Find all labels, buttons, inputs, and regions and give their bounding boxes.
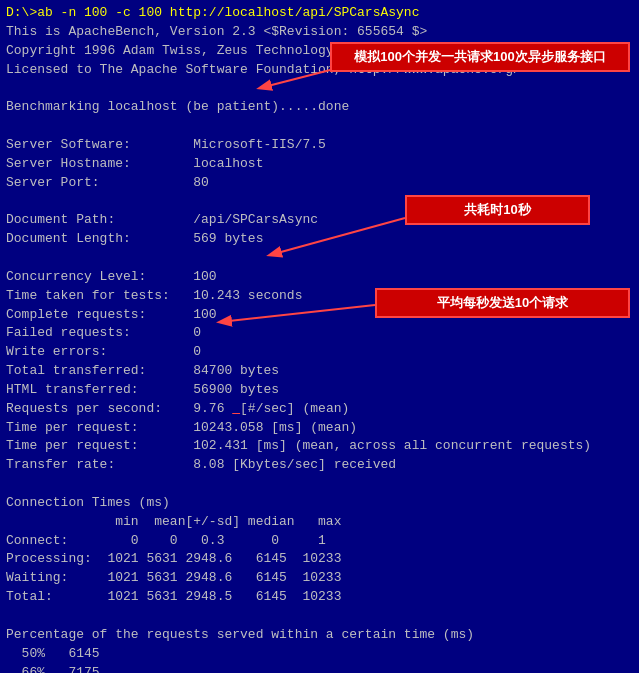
terminal-line: Connect: 0 0 0.3 0 1 — [6, 532, 633, 551]
terminal-line: Waiting: 1021 5631 2948.6 6145 10233 — [6, 569, 633, 588]
terminal-line: Time per request: 10243.058 [ms] (mean) — [6, 419, 633, 438]
terminal-line: Server Port: 80 — [6, 174, 633, 193]
terminal-line — [6, 117, 633, 136]
terminal-line — [6, 475, 633, 494]
terminal-line: min mean[+/-sd] median max — [6, 513, 633, 532]
terminal-line: This is ApacheBench, Version 2.3 <$Revis… — [6, 23, 633, 42]
terminal-window: D:\>ab -n 100 -c 100 http://localhost/ap… — [0, 0, 639, 673]
terminal-line: Total: 1021 5631 2948.5 6145 10233 — [6, 588, 633, 607]
terminal-line: Connection Times (ms) — [6, 494, 633, 513]
terminal-line: Server Hostname: localhost — [6, 155, 633, 174]
terminal-line: Failed requests: 0 — [6, 324, 633, 343]
terminal-line: 66% 7175 — [6, 664, 633, 673]
terminal-line: Write errors: 0 — [6, 343, 633, 362]
terminal-line: Concurrency Level: 100 — [6, 268, 633, 287]
terminal-line: 50% 6145 — [6, 645, 633, 664]
annotation-concurrent: 模拟100个并发一共请求100次异步服务接口 — [330, 42, 630, 72]
terminal-line: HTML transferred: 56900 bytes — [6, 381, 633, 400]
terminal-line — [6, 249, 633, 268]
terminal-line: Document Length: 569 bytes — [6, 230, 633, 249]
annotation-time: 共耗时10秒 — [405, 195, 590, 225]
terminal-line — [6, 607, 633, 626]
terminal-line: D:\>ab -n 100 -c 100 http://localhost/ap… — [6, 4, 633, 23]
terminal-line: Benchmarking localhost (be patient).....… — [6, 98, 633, 117]
terminal-line: Server Software: Microsoft-IIS/7.5 — [6, 136, 633, 155]
terminal-line: Total transferred: 84700 bytes — [6, 362, 633, 381]
terminal-line: Transfer rate: 8.08 [Kbytes/sec] receive… — [6, 456, 633, 475]
terminal-line: Processing: 1021 5631 2948.6 6145 10233 — [6, 550, 633, 569]
terminal-line: Percentage of the requests served within… — [6, 626, 633, 645]
terminal-line — [6, 79, 633, 98]
annotation-rps: 平均每秒发送10个请求 — [375, 288, 630, 318]
terminal-line: Requests per second: 9.76 [#/sec] (mean) — [6, 400, 633, 419]
terminal-line: Time per request: 102.431 [ms] (mean, ac… — [6, 437, 633, 456]
